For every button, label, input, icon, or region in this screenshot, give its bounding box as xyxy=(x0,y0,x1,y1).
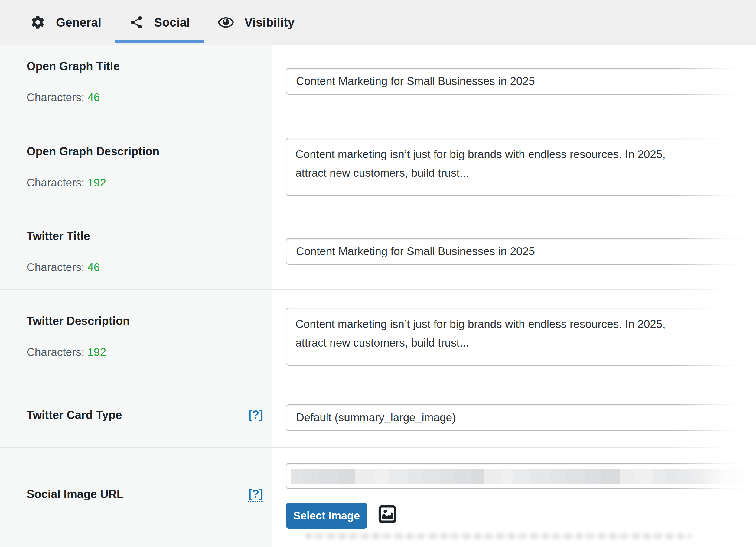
twitter-title-label-cell: Twitter Title Characters:46 xyxy=(0,211,272,289)
social-image-url-help-link[interactable]: [?] xyxy=(248,487,263,502)
twitter-title-label: Twitter Title xyxy=(27,229,272,243)
textarea-line: Content marketing isn’t just for big bra… xyxy=(295,145,754,164)
gear-icon xyxy=(30,15,46,30)
social-image-url-label-cell: Social Image URL [?] xyxy=(0,448,272,547)
blurred-caption-remnant xyxy=(305,533,692,539)
tab-general[interactable]: General xyxy=(16,0,115,45)
twitter-card-type-label-cell: Twitter Card Type [?] xyxy=(0,381,272,447)
characters-label: Characters: xyxy=(27,346,84,358)
twitter-title-row: Twitter Title Characters:46 Content Mark… xyxy=(0,211,756,289)
twitter-title-input-cell: Content Marketing for Small Businesses i… xyxy=(272,211,756,289)
select-image-button[interactable]: Select Image xyxy=(286,503,367,529)
og-description-character-count: Characters:192 xyxy=(27,176,272,190)
twitter-description-label-cell: Twitter Description Characters:192 xyxy=(0,290,272,381)
characters-label: Characters: xyxy=(27,261,84,274)
social-image-url-input[interactable] xyxy=(286,463,756,489)
image-icon[interactable] xyxy=(377,504,397,524)
twitter-description-input-cell: Content marketing isn’t just for big bra… xyxy=(272,290,756,381)
og-title-input[interactable]: Content Marketing for Small Businesses i… xyxy=(286,68,756,95)
characters-count-value: 46 xyxy=(87,91,100,104)
twitter-card-type-label: Twitter Card Type xyxy=(27,408,272,422)
social-image-url-label: Social Image URL xyxy=(27,487,272,501)
og-title-label: Open Graph Title xyxy=(27,59,272,73)
characters-count-value: 192 xyxy=(87,346,106,358)
og-title-row: Open Graph Title Characters:46 Content M… xyxy=(0,45,756,120)
textarea-line: attract new customers, build trust... xyxy=(295,164,754,183)
twitter-description-label: Twitter Description xyxy=(27,314,272,328)
twitter-description-textarea[interactable]: Content marketing isn’t just for big bra… xyxy=(286,308,756,366)
twitter-card-type-help-link[interactable]: [?] xyxy=(248,408,263,422)
tab-visibility-label: Visibility xyxy=(244,16,295,29)
og-title-label-cell: Open Graph Title Characters:46 xyxy=(0,45,272,120)
og-description-label-cell: Open Graph Description Characters:192 xyxy=(0,120,272,211)
og-description-row: Open Graph Description Characters:192 Co… xyxy=(0,120,756,211)
settings-tab-bar: General Social Visibility xyxy=(0,0,756,45)
eye-icon xyxy=(218,14,234,31)
social-image-url-input-cell: Select Image xyxy=(272,448,756,547)
characters-count-value: 46 xyxy=(87,261,100,274)
characters-label: Characters: xyxy=(27,177,84,189)
social-image-url-redacted xyxy=(291,469,743,484)
characters-label: Characters: xyxy=(27,91,84,104)
og-description-input-cell: Content marketing isn’t just for big bra… xyxy=(272,120,756,211)
textarea-line: attract new customers, build trust... xyxy=(295,334,754,352)
twitter-card-type-row: Twitter Card Type [?] Default (summary_l… xyxy=(0,381,756,447)
tab-general-label: General xyxy=(56,16,101,29)
twitter-description-character-count: Characters:192 xyxy=(27,346,272,359)
twitter-title-character-count: Characters:46 xyxy=(27,261,272,274)
textarea-line: Content marketing isn’t just for big bra… xyxy=(295,315,754,334)
tab-social-label: Social xyxy=(154,16,190,29)
og-description-label: Open Graph Description xyxy=(27,145,272,158)
og-description-textarea[interactable]: Content marketing isn’t just for big bra… xyxy=(286,138,756,196)
active-tab-underline xyxy=(115,40,204,43)
twitter-card-type-input-cell: Default (summary_large_image) xyxy=(272,381,756,447)
tab-visibility[interactable]: Visibility xyxy=(204,0,308,45)
og-title-input-cell: Content Marketing for Small Businesses i… xyxy=(272,45,756,120)
og-title-character-count: Characters:46 xyxy=(27,91,272,104)
tab-social[interactable]: Social xyxy=(115,0,204,45)
twitter-description-row: Twitter Description Characters:192 Conte… xyxy=(0,289,756,381)
twitter-title-input[interactable]: Content Marketing for Small Businesses i… xyxy=(286,238,756,265)
share-icon xyxy=(129,15,144,30)
social-image-url-row: Social Image URL [?] Select Image xyxy=(0,447,756,547)
characters-count-value: 192 xyxy=(87,177,106,189)
twitter-card-type-select[interactable]: Default (summary_large_image) xyxy=(286,404,756,431)
